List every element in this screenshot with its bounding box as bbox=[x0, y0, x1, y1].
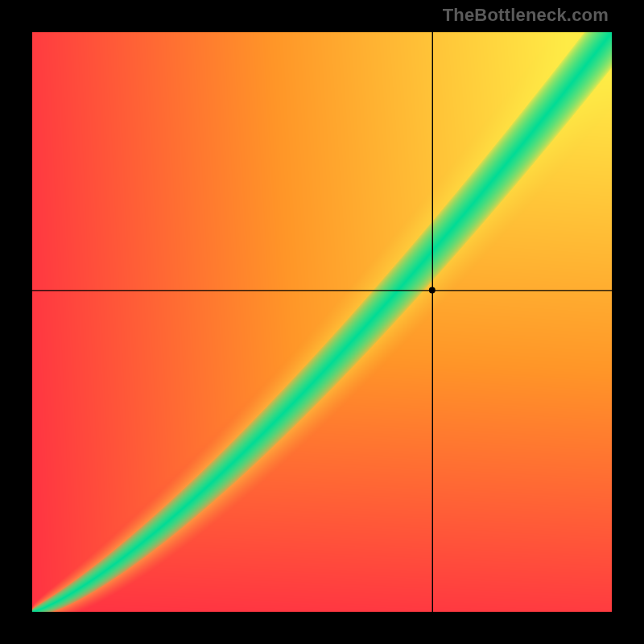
chart-frame: TheBottleneck.com bbox=[0, 0, 644, 644]
heatmap-canvas bbox=[32, 32, 612, 612]
plot-area bbox=[32, 32, 612, 612]
watermark-text: TheBottleneck.com bbox=[443, 5, 609, 26]
